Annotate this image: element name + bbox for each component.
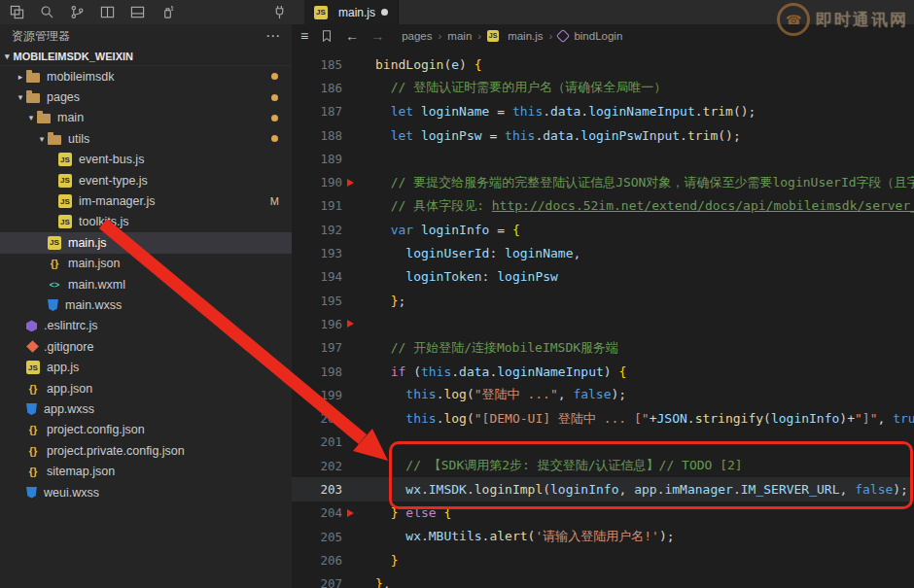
tree-file-app.wxss[interactable]: app.wxss: [0, 398, 292, 419]
js-file-icon: JS: [58, 174, 72, 188]
code-line-187[interactable]: 187 let loginName = this.data.loginNameI…: [292, 100, 914, 123]
tree-file-event-type.js[interactable]: JSevent-type.js: [0, 170, 292, 190]
forward-arrow-icon[interactable]: →: [370, 28, 384, 44]
code-text: } else {: [375, 505, 451, 520]
tree-root-row[interactable]: ▾ MOBILEIMSDK_WEIXIN: [0, 48, 292, 66]
tree-item-label: event-type.js: [79, 174, 148, 188]
tab-main-js[interactable]: JS main.js: [304, 0, 399, 24]
tree-file-main.wxml[interactable]: <>main.wxml: [0, 274, 292, 294]
tree-item-label: event-bus.js: [79, 153, 144, 166]
tree-file-project.config.json[interactable]: {}project.config.json: [0, 420, 292, 440]
tree-item-label: project.config.json: [47, 423, 145, 436]
tree-folder-pages[interactable]: ▾pages: [0, 86, 292, 107]
tree-file-main.js[interactable]: JSmain.js: [0, 232, 292, 253]
tree-file-event-bus.js[interactable]: JSevent-bus.js: [0, 150, 292, 170]
code-line-207[interactable]: 207},: [292, 572, 914, 588]
back-arrow-icon[interactable]: ←: [345, 28, 359, 44]
line-number: 190: [292, 175, 342, 190]
line-number: 192: [292, 223, 342, 237]
tree-file-project.private.config.json[interactable]: {}project.private.config.json: [0, 440, 292, 461]
code-line-191[interactable]: 191 // 具体字段见: http://docs.52im.net/exten…: [292, 194, 914, 218]
json-file-icon: {}: [48, 257, 61, 270]
wxml-file-icon: <>: [48, 278, 61, 292]
breadcrumb-item-pages[interactable]: pages: [402, 30, 432, 42]
search-icon[interactable]: [40, 5, 54, 19]
tree-folder-mobileimsdk[interactable]: ▸mobileimsdk: [0, 66, 292, 86]
code-line-190[interactable]: 190 // 要提交给服务端的完整登陆认证信息JSON对象，请确保至少需要log…: [292, 170, 914, 193]
tree-file-main.json[interactable]: {}main.json: [0, 254, 292, 274]
tree-folder-main[interactable]: ▾main: [0, 108, 292, 128]
line-number: 196: [292, 317, 342, 331]
code-line-202[interactable]: 202 // 【SDK调用第2步: 提交登陆/认证信息】// TODO [2]: [292, 454, 914, 477]
code-line-199[interactable]: 199 this.log("登陆中 ...", false);: [292, 383, 914, 406]
code-line-201[interactable]: 201: [292, 431, 914, 454]
code-line-194[interactable]: 194 loginToken: loginPsw: [292, 265, 914, 289]
modified-dot-icon[interactable]: [381, 9, 388, 16]
line-number: 202: [292, 459, 342, 473]
tree-file-im-manager.js[interactable]: JSim-manager.jsM: [0, 190, 292, 211]
tree-file-main.wxss[interactable]: main.wxss: [0, 294, 292, 315]
outline-icon[interactable]: ≡: [300, 28, 308, 44]
code-line-205[interactable]: 205 wx.MBUtils.alert('请输入登陆用户名!');: [292, 525, 914, 548]
code-line-188[interactable]: 188 let loginPsw = this.data.loginPswInp…: [292, 123, 914, 147]
code-line-200[interactable]: 200 this.log("[DEMO-UI] 登陆中 ... ["+JSON.…: [292, 406, 914, 430]
code-line-186[interactable]: 186 // 登陆认证时需要的用户名（请确保全局唯一）: [292, 76, 914, 99]
tree-file-.gitignore[interactable]: .gitignore: [0, 336, 292, 357]
git-branch-icon[interactable]: [70, 5, 85, 19]
js-file-icon: JS: [58, 215, 72, 228]
tree-item-label: app.wxss: [44, 402, 94, 416]
breadcrumb-label: pages: [402, 30, 432, 42]
line-number: 189: [292, 152, 342, 166]
plug-icon[interactable]: [272, 5, 287, 19]
spray-icon[interactable]: [160, 5, 175, 19]
project-icon[interactable]: [10, 5, 24, 19]
explorer-sidebar: 资源管理器 ⋯ ▾ MOBILEIMSDK_WEIXIN ▸mobileimsd…: [0, 24, 292, 588]
code-text: loginUserId: loginName,: [375, 246, 580, 260]
tree-item-label: utils: [68, 132, 89, 146]
split-editor-icon[interactable]: [100, 5, 115, 19]
json-file-icon: {}: [26, 444, 40, 458]
json-file-icon: {}: [26, 423, 40, 436]
breadcrumb-separator: ›: [477, 30, 481, 42]
line-number: 205: [292, 530, 342, 544]
code-line-204[interactable]: 204 } else {: [292, 502, 914, 525]
line-number: 199: [292, 388, 342, 402]
line-number: 207: [292, 576, 342, 588]
bookmark-icon[interactable]: [320, 29, 334, 43]
tree-file-.eslintrc.js[interactable]: .eslintrc.js: [0, 316, 292, 336]
code-line-196[interactable]: 196: [292, 312, 914, 335]
tree-item-label: main.json: [68, 257, 121, 270]
breadcrumb: pages›main›JSmain.js›bindLogin: [402, 30, 622, 42]
breadcrumb-item-bindLogin[interactable]: bindLogin: [558, 30, 622, 42]
chevron-icon: ▸: [15, 72, 26, 82]
layout-panel-icon[interactable]: [130, 5, 145, 19]
watermark: ☎ 即时通讯网: [777, 3, 908, 36]
code-line-203[interactable]: 203 wx.IMSDK.loginImpl(loginInfo, app.im…: [292, 477, 914, 501]
tree-file-app.json[interactable]: {}app.json: [0, 378, 292, 398]
more-actions-icon[interactable]: ⋯: [265, 27, 280, 45]
tree-file-weui.wxss[interactable]: weui.wxss: [0, 482, 292, 502]
modified-dot-badge: [271, 94, 278, 101]
breadcrumb-item-main[interactable]: main: [447, 30, 472, 42]
tree-item-label: main.wxml: [68, 278, 125, 292]
code-line-189[interactable]: 189: [292, 147, 914, 170]
code-line-206[interactable]: 206 }: [292, 548, 914, 571]
tree-file-app.js[interactable]: JSapp.js: [0, 357, 292, 377]
tree-file-toolkits.js[interactable]: JStoolkits.js: [0, 212, 292, 232]
method-symbol-icon: [556, 28, 570, 42]
code-text: // 开始登陆/连接MobileIMSDK服务端: [375, 339, 618, 357]
code-line-195[interactable]: 195 };: [292, 289, 914, 312]
titlebar-icon-group: [0, 5, 175, 19]
tree-item-label: .eslintrc.js: [44, 319, 98, 332]
code-line-197[interactable]: 197 // 开始登陆/连接MobileIMSDK服务端: [292, 336, 914, 360]
tree-item-label: main.wxss: [65, 298, 122, 312]
tree-file-sitemap.json[interactable]: {}sitemap.json: [0, 461, 292, 481]
red-marker-icon: [347, 509, 354, 517]
tree-folder-utils[interactable]: ▾utils: [0, 128, 292, 149]
code-line-198[interactable]: 198 if (this.data.loginNameInput) {: [292, 360, 914, 383]
code-line-185[interactable]: 185bindLogin(e) {: [292, 52, 914, 76]
breadcrumb-item-main.js[interactable]: JSmain.js: [487, 30, 543, 42]
line-number: 201: [292, 434, 342, 449]
code-line-193[interactable]: 193 loginUserId: loginName,: [292, 241, 914, 264]
code-line-192[interactable]: 192 var loginInfo = {: [292, 218, 914, 241]
